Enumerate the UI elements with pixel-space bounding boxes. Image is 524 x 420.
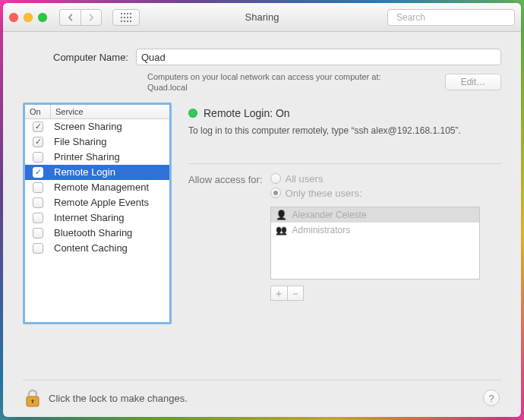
service-list-header: On Service (25, 105, 169, 119)
service-label: Remote Login (51, 166, 169, 178)
add-user-button[interactable]: ＋ (270, 286, 287, 301)
remove-user-button[interactable]: － (287, 286, 304, 301)
service-label: Printer Sharing (51, 151, 169, 163)
svg-rect-3 (130, 13, 131, 14)
svg-rect-1 (124, 13, 125, 14)
access-row: Allow access for: All users Only these u… (188, 173, 501, 301)
access-label: Allow access for: (188, 173, 263, 185)
radio-icon (270, 188, 281, 198)
access-radios: All users Only these users: 👤Alexander C… (270, 173, 480, 301)
radio-only-users[interactable]: Only these users: (270, 188, 480, 199)
status-text: Remote Login: On (204, 107, 290, 119)
radio-only-label: Only these users: (286, 188, 362, 199)
service-label: Remote Apple Events (51, 197, 169, 208)
user-row[interactable]: 👥Administrators (271, 223, 479, 238)
service-label: Screen Sharing (51, 121, 169, 132)
svg-rect-9 (124, 21, 125, 22)
svg-rect-10 (127, 21, 128, 22)
svg-rect-6 (127, 17, 128, 18)
service-row[interactable]: File Sharing (25, 134, 169, 150)
chevron-left-icon (67, 14, 74, 21)
svg-rect-16 (32, 401, 33, 403)
service-checkbox[interactable] (33, 213, 43, 223)
service-row[interactable]: Content Caching (25, 241, 169, 256)
status-row: Remote Login: On (188, 107, 501, 119)
detail-divider (188, 163, 501, 164)
service-checkbox[interactable] (33, 182, 43, 193)
service-label: File Sharing (51, 136, 169, 147)
svg-rect-5 (124, 17, 125, 18)
titlebar: Sharing (3, 3, 521, 32)
column-on[interactable]: On (25, 105, 51, 119)
computer-name-input[interactable] (136, 49, 501, 65)
radio-all-users[interactable]: All users (270, 173, 480, 185)
preferences-window: Sharing Computer Name: Computers on your… (3, 3, 521, 417)
radio-all-label: All users (286, 173, 324, 185)
user-add-remove: ＋ － (270, 286, 480, 301)
back-button[interactable] (59, 9, 80, 26)
person-icon: 👤 (276, 210, 288, 220)
service-label: Bluetooth Sharing (51, 227, 169, 238)
service-row[interactable]: Remote Apple Events (25, 195, 169, 210)
computer-name-subrow: Computers on your local network can acce… (147, 71, 501, 93)
user-row[interactable]: 👤Alexander Celeste (271, 207, 479, 223)
help-icon: ? (488, 393, 494, 404)
column-service[interactable]: Service (51, 105, 169, 119)
service-row[interactable]: Bluetooth Sharing (25, 226, 169, 241)
user-name: Administrators (292, 225, 351, 235)
computer-name-subline1: Computers on your local network can acce… (147, 72, 381, 81)
service-checkbox[interactable] (33, 137, 43, 147)
chevron-right-icon (87, 14, 95, 21)
help-button[interactable]: ? (483, 390, 500, 406)
search-input[interactable] (396, 12, 510, 23)
computer-name-label: Computer Name: (53, 52, 128, 63)
allowed-users-list[interactable]: 👤Alexander Celeste👥Administrators (270, 207, 480, 279)
svg-rect-7 (130, 17, 131, 18)
group-icon: 👥 (276, 225, 288, 235)
service-list: On Service Screen SharingFile SharingPri… (23, 103, 172, 324)
svg-rect-0 (121, 13, 122, 14)
user-name: Alexander Celeste (292, 210, 367, 220)
content-area: Computer Name: Computers on your local n… (3, 32, 521, 417)
lock-icon[interactable] (24, 388, 41, 408)
service-label: Content Caching (51, 242, 169, 254)
service-detail: Remote Login: On To log in to this compu… (188, 103, 501, 380)
service-checkbox[interactable] (33, 122, 43, 132)
computer-name-subline2: Quad.local (147, 83, 188, 92)
lock-text: Click the lock to make changes. (49, 393, 188, 404)
radio-icon (270, 173, 281, 184)
service-checkbox[interactable] (33, 228, 43, 238)
svg-rect-8 (121, 21, 122, 22)
service-row[interactable]: Screen Sharing (25, 119, 169, 134)
show-all-button[interactable] (112, 9, 140, 26)
computer-name-subtext: Computers on your local network can acce… (147, 71, 381, 93)
svg-rect-11 (130, 21, 131, 22)
login-instruction: To log in to this computer remotely, typ… (188, 125, 501, 136)
forward-button[interactable] (80, 9, 102, 26)
status-indicator-icon (188, 109, 197, 118)
service-checkbox[interactable] (33, 167, 43, 178)
close-window-button[interactable] (9, 13, 18, 22)
edit-hostname-button[interactable]: Edit… (445, 74, 501, 90)
service-checkbox[interactable] (33, 197, 43, 208)
service-row[interactable]: Remote Management (25, 180, 169, 195)
service-checkbox[interactable] (33, 243, 43, 254)
service-list-body: Screen SharingFile SharingPrinter Sharin… (25, 119, 169, 322)
computer-name-row: Computer Name: (53, 49, 501, 65)
service-label: Remote Management (51, 182, 169, 193)
service-row[interactable]: Remote Login (25, 165, 169, 180)
minimize-window-button[interactable] (24, 13, 33, 22)
window-controls (9, 13, 47, 22)
zoom-window-button[interactable] (38, 13, 47, 22)
service-label: Internet Sharing (51, 212, 169, 223)
nav-group (59, 9, 102, 26)
svg-rect-2 (127, 13, 128, 14)
body-row: On Service Screen SharingFile SharingPri… (23, 103, 501, 380)
search-field[interactable] (387, 9, 515, 26)
grid-icon (121, 13, 131, 22)
svg-rect-4 (121, 17, 122, 18)
service-row[interactable]: Printer Sharing (25, 150, 169, 165)
service-checkbox[interactable] (33, 152, 43, 163)
service-row[interactable]: Internet Sharing (25, 210, 169, 226)
footer: Click the lock to make changes. ? (23, 380, 501, 409)
